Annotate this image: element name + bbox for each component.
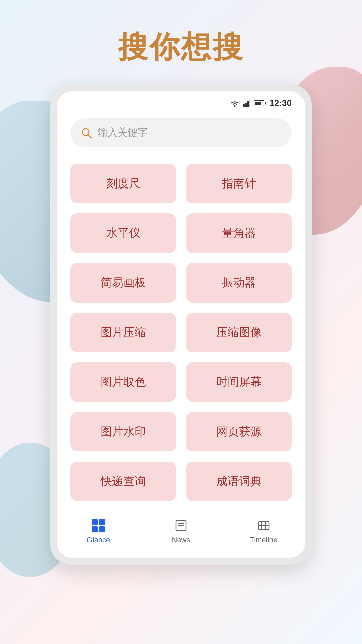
svg-point-0	[234, 105, 235, 107]
status-bar: 12:30	[57, 91, 305, 112]
nav-item-glance[interactable]: Glance	[57, 515, 140, 548]
tool-button-vibrator[interactable]: 振动器	[186, 263, 292, 303]
tool-label-time-screen: 时间屏幕	[216, 375, 262, 388]
news-icon	[174, 518, 188, 533]
svg-rect-9	[178, 525, 184, 526]
bottom-nav: Glance News	[57, 508, 305, 558]
tool-label-idiom: 成语词典	[216, 475, 262, 487]
tool-button-img-compress[interactable]: 图片压缩	[70, 313, 176, 352]
tool-label-ruler: 刻度尺	[106, 177, 140, 190]
svg-rect-4	[249, 100, 250, 107]
tool-button-img-compress2[interactable]: 压缩图像	[186, 313, 292, 352]
signal-icon	[243, 100, 250, 107]
tool-button-watermark[interactable]: 图片水印	[70, 412, 176, 451]
svg-rect-2	[245, 103, 247, 107]
page-title: 搜你想搜	[0, 27, 362, 68]
tools-grid: 刻度尺指南针水平仪量角器简易画板振动器图片压缩压缩图像图片取色时间屏幕图片水印网…	[57, 157, 305, 508]
phone-screen: 12:30 输入关键字 刻度尺指南针水平仪量角器简易画板振动器图片压缩压缩图像图…	[57, 91, 305, 558]
phone-mockup: 12:30 输入关键字 刻度尺指南针水平仪量角器简易画板振动器图片压缩压缩图像图…	[50, 85, 312, 565]
tool-label-color-picker: 图片取色	[101, 375, 146, 388]
tool-label-img-compress: 图片压缩	[101, 326, 146, 338]
tool-label-watermark: 图片水印	[101, 425, 146, 438]
battery-icon	[254, 100, 264, 106]
timeline-icon	[256, 518, 271, 533]
nav-item-timeline[interactable]: Timeline	[222, 515, 305, 548]
tool-label-compass: 指南针	[222, 177, 256, 190]
nav-label-glance: Glance	[86, 536, 110, 544]
tool-button-idiom[interactable]: 成语词典	[186, 462, 292, 501]
tool-button-color-picker[interactable]: 图片取色	[70, 362, 176, 402]
tool-label-protractor: 量角器	[222, 226, 256, 239]
tool-button-ruler[interactable]: 刻度尺	[70, 164, 176, 203]
search-bar[interactable]: 输入关键字	[70, 118, 292, 147]
search-icon	[80, 127, 93, 139]
search-container: 输入关键字	[57, 112, 305, 157]
tool-button-protractor[interactable]: 量角器	[186, 213, 292, 253]
nav-label-news: News	[172, 536, 190, 544]
tool-label-web-source: 网页获源	[216, 425, 262, 438]
nav-item-news[interactable]: News	[140, 515, 223, 548]
glance-icon	[91, 518, 106, 533]
tool-label-level: 水平仪	[106, 226, 140, 239]
wifi-icon	[230, 100, 240, 107]
tool-label-img-compress2: 压缩图像	[216, 326, 262, 338]
svg-rect-3	[247, 101, 249, 107]
tool-label-vibrator: 振动器	[222, 276, 256, 289]
svg-line-6	[88, 135, 92, 138]
nav-label-timeline: Timeline	[250, 536, 278, 544]
tool-label-sketchpad: 简易画板	[101, 276, 146, 289]
status-icons	[230, 100, 264, 107]
status-time: 12:30	[269, 98, 292, 108]
tool-button-sketchpad[interactable]: 简易画板	[70, 263, 176, 303]
tool-label-express: 快递查询	[101, 475, 146, 487]
page-header: 搜你想搜	[0, 0, 362, 85]
search-placeholder[interactable]: 输入关键字	[98, 126, 148, 140]
tool-button-level[interactable]: 水平仪	[70, 213, 176, 253]
tool-button-express[interactable]: 快递查询	[70, 462, 176, 501]
tool-button-web-source[interactable]: 网页获源	[186, 412, 292, 451]
svg-rect-10	[178, 527, 182, 527]
svg-rect-8	[178, 523, 184, 524]
tool-button-compass[interactable]: 指南针	[186, 164, 292, 203]
svg-rect-1	[243, 104, 245, 107]
tool-button-time-screen[interactable]: 时间屏幕	[186, 362, 292, 402]
